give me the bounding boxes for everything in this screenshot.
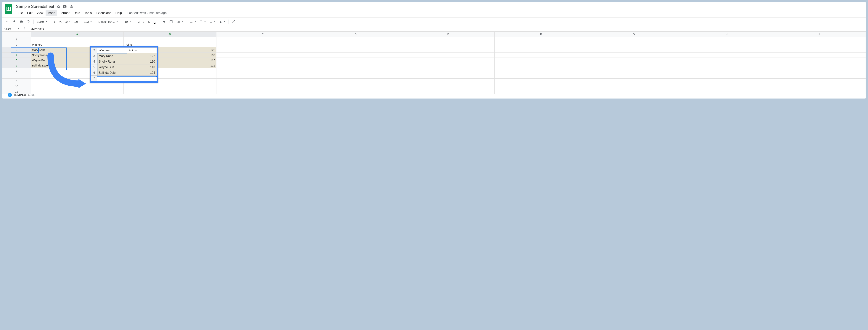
titlebar: Sample Spreadsheet File Edit View Insert…: [2, 2, 866, 18]
text-rotation-dropdown[interactable]: [218, 19, 227, 25]
cloud-status-icon[interactable]: [69, 5, 73, 8]
menu-format[interactable]: Format: [58, 10, 71, 16]
vertical-align-dropdown[interactable]: [198, 19, 207, 25]
callout-B2: Points: [127, 48, 157, 53]
callout-row-4: 4: [91, 59, 97, 64]
strikethrough-button[interactable]: S: [147, 19, 151, 24]
callout-row-2: 2: [91, 48, 97, 53]
row-header-8[interactable]: 8: [2, 73, 31, 79]
callout-row-6: 6: [91, 70, 97, 76]
col-header-A[interactable]: A: [31, 32, 123, 37]
row-header-9[interactable]: 9: [2, 79, 31, 84]
callout-row-7: 7: [91, 76, 97, 81]
callout-A5: Wayne Burt: [97, 64, 127, 70]
print-button[interactable]: [18, 19, 25, 25]
callout-row-3: 3: [91, 53, 97, 59]
percent-button[interactable]: %: [58, 19, 63, 24]
name-box-value: A3:B6: [4, 27, 11, 30]
callout-A2: Winners: [97, 48, 127, 53]
menu-file[interactable]: File: [16, 10, 25, 16]
menu-help[interactable]: Help: [114, 10, 124, 16]
sheets-app-icon[interactable]: [5, 4, 12, 14]
number-format-dropdown[interactable]: 123: [83, 19, 93, 24]
formula-input[interactable]: Mary Kane: [28, 27, 866, 30]
callout-B6: 125: [127, 70, 157, 76]
horizontal-align-dropdown[interactable]: [188, 19, 197, 25]
fill-handle[interactable]: [66, 68, 67, 70]
menu-extensions[interactable]: Extensions: [94, 10, 113, 16]
menu-tools[interactable]: Tools: [83, 10, 94, 16]
row-header-6[interactable]: 6: [2, 63, 31, 68]
chevron-down-icon: ▼: [17, 28, 19, 30]
row-header-7[interactable]: 7: [2, 68, 31, 73]
col-header-B[interactable]: B: [123, 32, 216, 37]
menu-view[interactable]: View: [35, 10, 45, 16]
fx-label: fx: [21, 26, 28, 31]
watermark-suffix: .NET: [30, 93, 37, 97]
svg-rect-3: [177, 21, 178, 23]
row-header-2[interactable]: 2: [2, 42, 31, 47]
row-header-10[interactable]: 10: [2, 84, 31, 89]
toolbar: 100% $ % .0 .00 123 Default (Ari... 10 B…: [2, 18, 866, 26]
col-header-H[interactable]: H: [680, 32, 773, 37]
bold-button[interactable]: B: [136, 19, 141, 24]
currency-button[interactable]: $: [52, 19, 57, 24]
callout-row-5: 5: [91, 64, 97, 70]
svg-rect-4: [178, 21, 179, 23]
fill-color-button[interactable]: [161, 19, 167, 25]
italic-button[interactable]: I: [142, 19, 146, 24]
increase-decimal-button[interactable]: .00: [72, 19, 82, 24]
star-icon[interactable]: [57, 5, 60, 8]
menu-edit[interactable]: Edit: [25, 10, 34, 16]
svg-marker-0: [57, 5, 60, 8]
watermark-t-icon: T: [8, 93, 12, 97]
col-header-D[interactable]: D: [309, 32, 402, 37]
callout-A6: Belinda Dale: [97, 70, 127, 76]
watermark: T TEMPLATE.NET: [8, 93, 37, 97]
callout-B3: 122: [127, 53, 157, 59]
redo-button[interactable]: [11, 19, 18, 25]
col-header-E[interactable]: E: [402, 32, 495, 37]
text-color-button[interactable]: A: [152, 19, 157, 25]
insert-link-button[interactable]: [230, 19, 237, 25]
row-header-4[interactable]: 4: [2, 53, 31, 58]
name-box[interactable]: A3:B6 ▼: [2, 26, 21, 31]
select-all-corner[interactable]: [2, 32, 31, 37]
spreadsheet-grid[interactable]: A B C D E F G H I 1 2 Winners Points 3 M…: [2, 31, 866, 99]
callout-B5: 110: [127, 64, 157, 70]
undo-button[interactable]: [4, 19, 10, 25]
decrease-decimal-button[interactable]: .0: [64, 19, 72, 24]
document-title[interactable]: Sample Spreadsheet: [16, 4, 54, 9]
move-folder-icon[interactable]: [63, 5, 67, 8]
row-header-1[interactable]: 1: [2, 37, 31, 42]
font-family-dropdown[interactable]: Default (Ari...: [97, 19, 119, 24]
callout-A4: Shelly Ronan: [97, 59, 127, 64]
zoom-dropdown[interactable]: 100%: [35, 19, 48, 24]
merge-cells-dropdown[interactable]: [175, 19, 184, 25]
paint-format-button[interactable]: [25, 19, 32, 25]
callout-A3: Mary Kane: [97, 53, 127, 59]
borders-button[interactable]: [168, 19, 174, 25]
col-header-C[interactable]: C: [216, 32, 309, 37]
callout-B4: 130: [127, 59, 157, 64]
callout-preview: 2 Winners Points 3 Mary Kane 122 4 Shell…: [90, 46, 158, 83]
last-edit-link[interactable]: Last edit was 2 minutes ago: [127, 11, 166, 15]
row-header-3[interactable]: 3: [2, 47, 31, 53]
menu-insert[interactable]: Insert: [45, 10, 57, 16]
font-size-dropdown[interactable]: 10: [123, 19, 132, 24]
menu-data[interactable]: Data: [72, 10, 82, 16]
row-header-5[interactable]: 5: [2, 58, 31, 63]
app-window: Sample Spreadsheet File Edit View Insert…: [2, 2, 866, 99]
col-header-I[interactable]: I: [773, 32, 866, 37]
formula-bar-row: A3:B6 ▼ fx Mary Kane: [2, 26, 866, 31]
watermark-brand: TEMPLATE: [13, 93, 30, 97]
menubar: File Edit View Insert Format Data Tools …: [16, 9, 863, 18]
text-wrap-dropdown[interactable]: [208, 19, 217, 25]
col-header-F[interactable]: F: [495, 32, 587, 37]
col-header-G[interactable]: G: [587, 32, 680, 37]
